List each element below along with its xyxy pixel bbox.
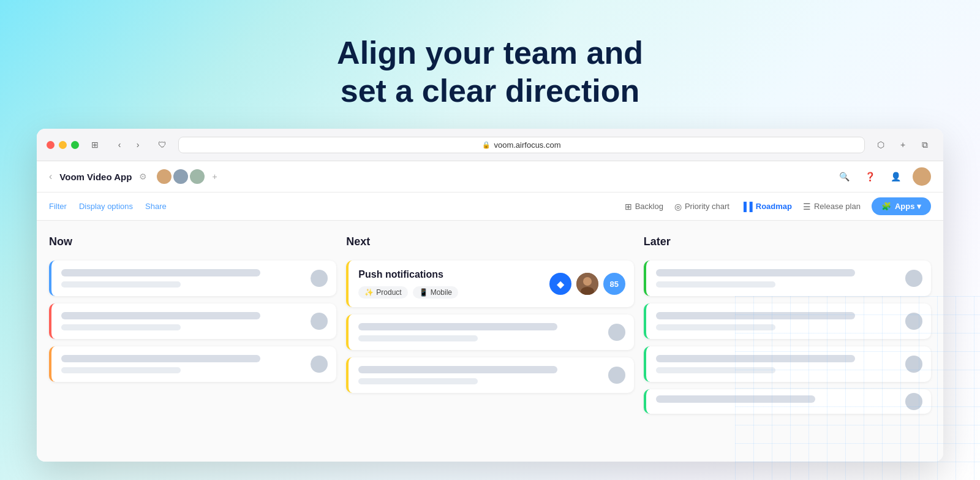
column-next: Next Push notifications ✨ Product 📱 Mobi…	[346, 235, 633, 459]
column-now: Now	[49, 235, 336, 459]
tag-product-label: Product	[376, 288, 401, 297]
roadmap-icon: ▐▐	[741, 202, 753, 211]
mobile-icon: 📱	[419, 288, 428, 297]
card-next-3[interactable]	[346, 357, 633, 393]
apps-button[interactable]: 🧩 Apps ▾	[872, 197, 931, 215]
card-title-placeholder	[656, 269, 855, 276]
invite-button[interactable]: +	[212, 172, 217, 181]
release-plan-icon: ☰	[803, 202, 811, 211]
roadmap-tab[interactable]: ▐▐ Roadmap	[741, 202, 792, 211]
sparkle-icon: ✨	[364, 288, 374, 297]
card-later-1[interactable]	[644, 261, 931, 296]
card-title-placeholder	[656, 312, 855, 319]
card-subtitle-placeholder	[656, 324, 775, 330]
minimize-button[interactable]	[59, 141, 67, 149]
puzzle-icon: 🧩	[881, 202, 891, 211]
maximize-button[interactable]	[71, 141, 79, 149]
app-header: ‹ Voom Video App ⚙ + 🔍 ❓ 👤	[37, 161, 943, 192]
lock-icon: 🔒	[482, 141, 491, 149]
priority-diamond-icon: ◆	[549, 273, 571, 295]
column-later-header: Later	[644, 235, 931, 253]
card-avatar	[905, 313, 922, 330]
card-avatar	[905, 270, 922, 287]
card-next-2[interactable]	[346, 314, 633, 350]
card-subtitle-placeholder	[656, 281, 775, 288]
tag-product[interactable]: ✨ Product	[358, 286, 407, 299]
shield-icon[interactable]: 🛡	[154, 136, 171, 153]
sidebar-toggle-button[interactable]: ⊞	[86, 136, 104, 153]
close-button[interactable]	[47, 141, 55, 149]
tag-mobile[interactable]: 📱 Mobile	[413, 286, 458, 299]
display-options-button[interactable]: Display options	[79, 202, 133, 211]
filter-button[interactable]: Filter	[49, 202, 67, 211]
share-button[interactable]: Share	[145, 202, 167, 211]
card-title-placeholder	[656, 355, 855, 362]
card-subtitle-placeholder	[358, 335, 478, 341]
card-subtitle-placeholder	[656, 367, 775, 373]
avatar	[173, 169, 188, 184]
card-featured-push-notifications[interactable]: Push notifications ✨ Product 📱 Mobile ◆	[346, 261, 633, 307]
tab-overview-button[interactable]: ⧉	[916, 136, 933, 153]
column-next-header: Next	[346, 235, 633, 253]
priority-chart-icon: ◎	[674, 202, 682, 211]
card-now-3[interactable]	[49, 346, 336, 382]
card-avatar	[608, 324, 625, 341]
board: Now Next Push notifications	[37, 221, 943, 462]
back-button[interactable]: ‹	[49, 171, 52, 182]
browser-window: ⊞ ‹ › 🛡 🔒 voom.airfocus.com ⬡ + ⧉ ‹ Voom…	[37, 129, 943, 462]
search-icon[interactable]: 🔍	[835, 168, 853, 185]
card-subtitle-placeholder	[358, 378, 478, 384]
card-title-placeholder	[61, 312, 260, 319]
user-icon[interactable]: 👤	[887, 168, 904, 185]
card-title-placeholder	[656, 395, 815, 403]
avatar	[190, 169, 205, 184]
forward-arrow-button[interactable]: ›	[129, 136, 146, 153]
card-subtitle-placeholder	[61, 324, 181, 330]
user-avatar[interactable]	[913, 167, 931, 186]
card-avatar	[311, 270, 328, 287]
share-extension-button[interactable]: ⬡	[872, 136, 889, 153]
column-later: Later	[644, 235, 931, 459]
card-later-3[interactable]	[644, 346, 931, 382]
release-plan-tab[interactable]: ☰ Release plan	[803, 202, 861, 211]
user-avatar	[576, 273, 598, 295]
backlog-tab[interactable]: ⊞ Backlog	[625, 202, 663, 211]
card-subtitle-placeholder	[61, 367, 181, 373]
card-now-1[interactable]	[49, 261, 336, 296]
app-title: Voom Video App	[59, 172, 132, 182]
card-later-2[interactable]	[644, 303, 931, 339]
card-title-placeholder	[358, 366, 557, 373]
back-arrow-button[interactable]: ‹	[111, 136, 128, 153]
toolbar-right: ⊞ Backlog ◎ Priority chart ▐▐ Roadmap ☰ …	[625, 197, 931, 215]
hero-title: Align your team and set a clear directio…	[0, 34, 980, 110]
toolbar-left: Filter Display options Share	[49, 202, 167, 211]
card-avatar	[608, 367, 625, 384]
address-bar[interactable]: 🔒 voom.airfocus.com	[178, 137, 865, 153]
browser-actions: ⬡ + ⧉	[872, 136, 933, 153]
card-avatar	[311, 356, 328, 373]
new-tab-button[interactable]: +	[894, 136, 911, 153]
card-avatar	[905, 356, 922, 373]
tag-mobile-label: Mobile	[431, 288, 452, 297]
nav-arrows: ‹ ›	[111, 136, 146, 153]
card-avatar	[905, 393, 922, 410]
toolbar: Filter Display options Share ⊞ Backlog ◎…	[37, 192, 943, 221]
traffic-lights	[47, 141, 79, 149]
settings-icon[interactable]: ⚙	[139, 172, 147, 181]
avatar-group	[157, 169, 205, 184]
card-avatar	[311, 313, 328, 330]
browser-chrome: ⊞ ‹ › 🛡 🔒 voom.airfocus.com ⬡ + ⧉	[37, 129, 943, 161]
svg-point-1	[583, 277, 592, 286]
url-text: voom.airfocus.com	[494, 140, 560, 150]
card-title-placeholder	[61, 269, 260, 276]
backlog-icon: ⊞	[625, 202, 632, 211]
score-badge: 85	[603, 273, 625, 295]
card-now-2[interactable]	[49, 303, 336, 339]
card-later-4[interactable]	[644, 389, 931, 414]
card-title-placeholder	[61, 355, 260, 362]
header-icons: 🔍 ❓ 👤	[835, 167, 931, 186]
avatar	[157, 169, 172, 184]
help-icon[interactable]: ❓	[861, 168, 878, 185]
priority-chart-tab[interactable]: ◎ Priority chart	[674, 202, 729, 211]
card-title-placeholder	[358, 323, 557, 330]
